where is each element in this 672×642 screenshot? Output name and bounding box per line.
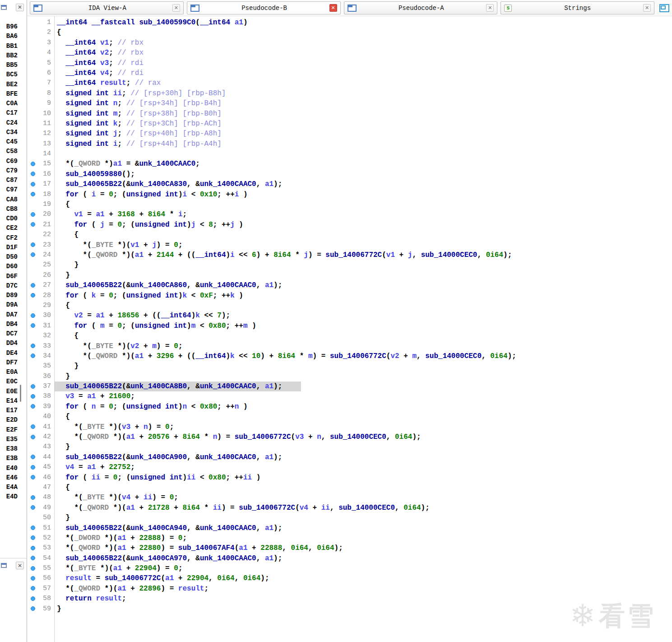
dock-window-icon[interactable] xyxy=(1,5,7,10)
function-address[interactable]: D9A xyxy=(0,300,19,310)
function-address[interactable]: D60 xyxy=(0,262,19,271)
code-line[interactable]: 33 *(_BYTE *)(v2 + m) = 0; xyxy=(28,341,672,351)
code-line[interactable]: 15 *(_QWORD *)a1 = &unk_1400CAAC0; xyxy=(28,159,672,169)
code-line[interactable]: 36 } xyxy=(28,372,672,381)
function-address[interactable]: B96 xyxy=(0,22,19,32)
code-line[interactable]: 58 return result; xyxy=(28,594,672,604)
code-line[interactable]: 43 } xyxy=(28,442,672,452)
code-line[interactable]: 37 sub_140065B22(&unk_1400CA8B0, &unk_14… xyxy=(28,381,672,391)
code-line[interactable]: 35 } xyxy=(28,361,672,371)
close-icon[interactable]: ✕ xyxy=(16,562,24,569)
function-address[interactable]: E38 xyxy=(0,444,19,454)
function-address[interactable]: C69 xyxy=(0,157,19,166)
function-address[interactable]: DB4 xyxy=(0,320,19,329)
function-address[interactable]: E40 xyxy=(0,464,19,473)
scrollbar-thumb[interactable] xyxy=(20,385,21,402)
code-line[interactable]: 17 sub_140065B22(&unk_1400CA830, &unk_14… xyxy=(28,179,672,189)
function-address[interactable]: DA7 xyxy=(0,310,19,320)
code-line[interactable]: 30 v2 = a1 + 18656 + ((__int64)k << 7); xyxy=(28,311,672,321)
function-address[interactable]: E4A xyxy=(0,483,19,492)
code-line[interactable]: 52 *(_DWORD *)(a1 + 22888) = 0; xyxy=(28,533,672,543)
code-line[interactable]: 34 *(_QWORD *)(a1 + 3296 + ((__int64)k <… xyxy=(28,351,672,361)
function-address[interactable]: E2F xyxy=(0,425,19,435)
close-icon-active[interactable]: ✕ xyxy=(329,4,337,12)
code-line[interactable]: 27 sub_140065B22(&unk_1400CA860, &unk_14… xyxy=(28,280,672,290)
function-address[interactable]: E3B xyxy=(0,454,19,463)
function-address[interactable]: D6F xyxy=(0,272,19,281)
code-line[interactable]: 57 *(_QWORD *)(a1 + 22896) = result; xyxy=(28,584,672,594)
function-address[interactable]: E0E xyxy=(0,387,19,396)
code-line[interactable]: 23 *(_BYTE *)(v1 + j) = 0; xyxy=(28,240,672,250)
code-line[interactable]: 38 v3 = a1 + 21600; xyxy=(28,391,672,401)
function-address[interactable]: E46 xyxy=(0,473,19,483)
code-line[interactable]: 42 *(_QWORD *)(a1 + 20576 + 8i64 * n) = … xyxy=(28,432,672,442)
window-list-icon[interactable] xyxy=(659,4,670,13)
close-icon[interactable]: ✕ xyxy=(172,4,180,12)
code-line[interactable]: 32 { xyxy=(28,331,672,341)
function-address[interactable]: D7C xyxy=(0,281,19,291)
tab-pseudocode-b[interactable]: Pseudocode-B ✕ xyxy=(187,1,341,14)
code-line[interactable]: 19 { xyxy=(28,200,672,209)
function-address[interactable]: D1F xyxy=(0,243,19,252)
code-line[interactable]: 40 { xyxy=(28,412,672,422)
code-line[interactable]: 41 *(_BYTE *)(v3 + n) = 0; xyxy=(28,422,672,432)
code-line[interactable]: 25 } xyxy=(28,260,672,270)
code-line[interactable]: 54 sub_140065B22(&unk_1400CA970, &unk_14… xyxy=(28,554,672,563)
code-line[interactable]: 13 signed int i; // [rsp+44h] [rbp-A4h] xyxy=(28,139,672,149)
function-address[interactable]: C79 xyxy=(0,166,19,176)
function-address[interactable]: BE2 xyxy=(0,80,19,89)
function-address[interactable]: E0A xyxy=(0,368,19,377)
code-line[interactable]: 12 signed int j; // [rsp+40h] [rbp-A8h] xyxy=(28,129,672,139)
code-line[interactable]: 10 signed int m; // [rsp+38h] [rbp-B0h] xyxy=(28,109,672,119)
function-address[interactable]: CF2 xyxy=(0,233,19,243)
function-address[interactable]: E14 xyxy=(0,396,19,406)
code-line[interactable]: 49 *(_QWORD *)(a1 + 21728 + 8i64 * ii) =… xyxy=(28,503,672,513)
function-address[interactable]: DE4 xyxy=(0,349,19,358)
close-icon[interactable]: ✕ xyxy=(643,4,651,12)
code-line[interactable]: 50 } xyxy=(28,513,672,523)
function-address[interactable]: BFE xyxy=(0,89,19,99)
tab-ida-view-a[interactable]: IDA View-A ✕ xyxy=(30,1,184,14)
code-line[interactable]: 45 v4 = a1 + 22752; xyxy=(28,462,672,472)
function-address[interactable]: C17 xyxy=(0,108,19,118)
function-address[interactable]: CA8 xyxy=(0,195,19,205)
code-line[interactable]: 39 for ( n = 0; (unsigned int)n < 0x80; … xyxy=(28,402,672,412)
code-line[interactable]: 44 sub_140065B22(&unk_1400CA900, &unk_14… xyxy=(28,452,672,462)
function-address[interactable]: BB5 xyxy=(0,60,19,70)
function-address[interactable]: DF7 xyxy=(0,358,19,368)
function-address[interactable]: C24 xyxy=(0,118,19,128)
code-line[interactable]: 18 for ( i = 0; (unsigned int)i < 0x10; … xyxy=(28,190,672,200)
code-line[interactable]: 1__int64 __fastcall sub_1400599C0(__int6… xyxy=(28,18,672,28)
function-address[interactable]: CE2 xyxy=(0,223,19,233)
dock-window-icon[interactable] xyxy=(1,563,7,568)
code-line[interactable]: 11 signed int k; // [rsp+3Ch] [rbp-ACh] xyxy=(28,119,672,129)
function-address[interactable]: CD0 xyxy=(0,214,19,223)
code-line[interactable]: 48 *(_BYTE *)(v4 + ii) = 0; xyxy=(28,493,672,502)
code-line[interactable]: 7 __int64 result; // rax xyxy=(28,78,672,88)
function-address[interactable]: C97 xyxy=(0,185,19,195)
function-address[interactable]: C0A xyxy=(0,99,19,108)
code-line[interactable]: 9 signed int n; // [rsp+34h] [rbp-B4h] xyxy=(28,98,672,108)
function-address[interactable]: C58 xyxy=(0,147,19,156)
function-address[interactable]: E4D xyxy=(0,492,19,502)
function-address[interactable]: E35 xyxy=(0,435,19,444)
function-address[interactable]: E2D xyxy=(0,415,19,425)
code-line[interactable]: 22 { xyxy=(28,230,672,240)
function-address[interactable]: BC5 xyxy=(0,70,19,79)
function-address[interactable]: BB1 xyxy=(0,42,19,51)
code-line[interactable]: 5 __int64 v3; // rdi xyxy=(28,58,672,68)
code-line[interactable]: 55 *(_BYTE *)(a1 + 22904) = 0; xyxy=(28,563,672,573)
code-line[interactable]: 3 __int64 v1; // rbx xyxy=(28,38,672,48)
close-icon[interactable]: ✕ xyxy=(486,4,494,12)
code-line[interactable]: 46 for ( ii = 0; (unsigned int)ii < 0x80… xyxy=(28,473,672,483)
function-address[interactable]: BA6 xyxy=(0,32,19,41)
function-address[interactable]: BB2 xyxy=(0,51,19,60)
code-line[interactable]: 26 } xyxy=(28,270,672,280)
function-address[interactable]: E0C xyxy=(0,377,19,386)
tab-pseudocode-a[interactable]: Pseudocode-A ✕ xyxy=(344,1,498,14)
function-address[interactable]: C34 xyxy=(0,128,19,137)
code-line[interactable]: 29 { xyxy=(28,301,672,311)
code-line[interactable]: 8 signed int ii; // [rsp+30h] [rbp-B8h] xyxy=(28,88,672,98)
code-line[interactable]: 53 *(_QWORD *)(a1 + 22880) = sub_140067A… xyxy=(28,543,672,553)
code-line[interactable]: 51 sub_140065B22(&unk_1400CA940, &unk_14… xyxy=(28,523,672,533)
